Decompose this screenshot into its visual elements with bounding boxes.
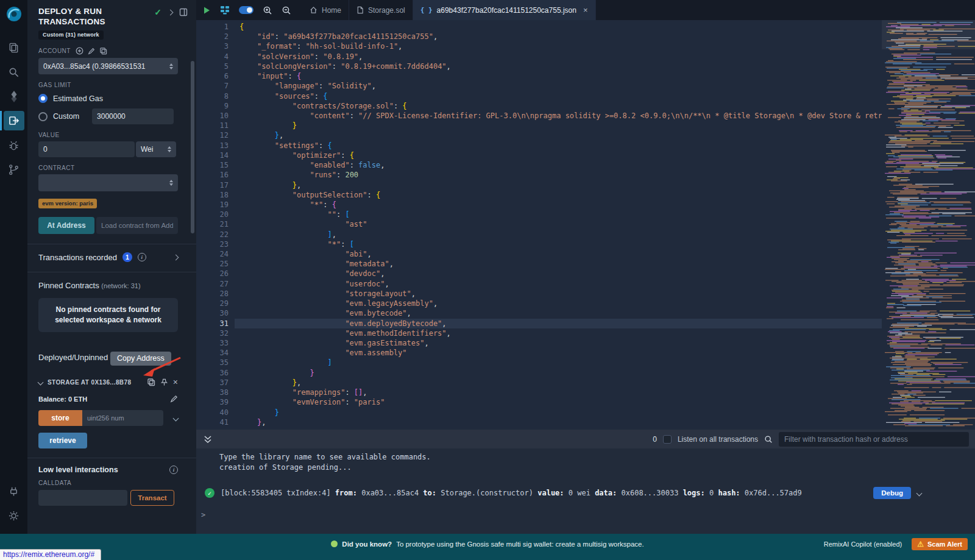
- code-line[interactable]: "id": "a69b43f277ba20fcac141151250ca755"…: [235, 32, 882, 41]
- contract-select[interactable]: [38, 174, 178, 191]
- code-line[interactable]: },: [235, 417, 882, 427]
- account-select[interactable]: 0xA03...85ac4 (0.39866531531: [38, 58, 178, 74]
- code-line[interactable]: "ast": [235, 219, 882, 229]
- code-line[interactable]: "outputSelection": {: [235, 190, 882, 200]
- code-line[interactable]: "language": "Solidity",: [235, 81, 882, 91]
- git-icon[interactable]: [0, 157, 27, 182]
- transaction-log-row[interactable]: ✓ [block:5583405 txIndex:4] from: 0xa03.…: [205, 487, 975, 499]
- code-line[interactable]: "runs": 200: [235, 170, 882, 180]
- run-script-play-icon[interactable]: [202, 6, 211, 15]
- terminal-prompt[interactable]: >: [201, 511, 975, 519]
- copilot-toggle[interactable]: [239, 6, 254, 14]
- tab-home[interactable]: Home: [302, 0, 349, 20]
- chevron-right-icon[interactable]: [173, 254, 179, 260]
- retrieve-button[interactable]: retrieve: [38, 433, 87, 448]
- remix-logo-icon[interactable]: [0, 0, 27, 28]
- code-line[interactable]: "metadata",: [235, 259, 882, 269]
- copy-account-icon[interactable]: [99, 47, 107, 55]
- code-line[interactable]: "*": [: [235, 239, 882, 249]
- code-line[interactable]: "": [: [235, 210, 882, 219]
- code-line[interactable]: "_format": "hh-sol-build-info-1",: [235, 41, 882, 51]
- custom-gas-input[interactable]: [92, 108, 174, 124]
- at-address-button[interactable]: At Address: [38, 217, 94, 234]
- code-line[interactable]: ],: [235, 230, 882, 239]
- close-tab-icon[interactable]: ×: [583, 5, 588, 15]
- code-line[interactable]: }: [235, 408, 882, 417]
- code-line[interactable]: "evm.assembly": [235, 348, 882, 358]
- radio-unchecked-icon[interactable]: [38, 112, 48, 121]
- code-line[interactable]: "input": {: [235, 71, 882, 81]
- solidity-compiler-icon[interactable]: [0, 84, 27, 108]
- code-line[interactable]: "abi",: [235, 249, 882, 259]
- code-line[interactable]: "sources": {: [235, 91, 882, 101]
- zoom-in-icon[interactable]: [263, 5, 272, 15]
- store-param-input[interactable]: [82, 410, 163, 426]
- side-panel-scrollbar[interactable]: [191, 61, 194, 233]
- panel-pin-icon[interactable]: [179, 8, 188, 16]
- scam-alert-badge[interactable]: ⚠ Scam Alert: [912, 538, 968, 550]
- code-line[interactable]: "*": {: [235, 200, 882, 210]
- code-editor[interactable]: 1234567891011121314151617181920212223242…: [196, 20, 975, 430]
- terminal-expand-icon[interactable]: [204, 435, 212, 444]
- code-line[interactable]: },: [235, 378, 882, 388]
- edit-account-icon[interactable]: [88, 48, 95, 55]
- code-line[interactable]: "contracts/Storage.sol": {: [235, 101, 882, 111]
- expand-log-icon[interactable]: [916, 490, 923, 496]
- minimap[interactable]: [882, 20, 975, 430]
- zoom-out-icon[interactable]: [282, 5, 291, 15]
- code-line[interactable]: }: [235, 368, 882, 378]
- code-line[interactable]: "evm.gasEstimates",: [235, 338, 882, 348]
- code-line[interactable]: "solcVersion": "0.8.19",: [235, 52, 882, 62]
- transaction-filter-input[interactable]: [779, 432, 969, 447]
- radio-checked-icon[interactable]: [38, 94, 48, 103]
- transact-button[interactable]: Transact: [130, 490, 174, 506]
- copilot-status[interactable]: RemixAI Copilot (enabled): [824, 541, 902, 548]
- code-line[interactable]: },: [235, 130, 882, 140]
- debug-button[interactable]: Debug: [873, 487, 911, 499]
- terminal-body[interactable]: Type the library name to see available c…: [196, 448, 975, 534]
- code-line[interactable]: "enabled": false,: [235, 160, 882, 170]
- plugin-manager-icon[interactable]: [0, 479, 27, 503]
- value-input[interactable]: [38, 141, 135, 157]
- load-contract-input[interactable]: [96, 217, 178, 234]
- code-line[interactable]: "settings": {: [235, 141, 882, 151]
- code-line[interactable]: {: [235, 22, 882, 32]
- debugger-icon[interactable]: [0, 133, 27, 157]
- value-unit-select[interactable]: Wei: [136, 141, 176, 157]
- calldata-input[interactable]: [38, 490, 127, 506]
- deploy-run-icon[interactable]: [0, 108, 27, 133]
- chevron-down-icon[interactable]: [38, 379, 44, 385]
- code-line[interactable]: "content": "// SPDX-License-Identifier: …: [235, 111, 882, 121]
- editor-code[interactable]: { "id": "a69b43f277ba20fcac141151250ca75…: [235, 22, 882, 430]
- code-line[interactable]: "optimizer": {: [235, 151, 882, 160]
- tab-build-info-json[interactable]: { } a69b43f277ba20fcac141151250ca755.jso…: [413, 0, 596, 20]
- estimated-gas-option[interactable]: Estimated Gas: [38, 94, 178, 103]
- code-line[interactable]: }: [235, 121, 882, 130]
- listen-checkbox[interactable]: [663, 435, 672, 444]
- expand-params-icon[interactable]: [173, 415, 179, 421]
- code-line[interactable]: ]: [235, 358, 882, 367]
- code-line[interactable]: },: [235, 180, 882, 190]
- code-line[interactable]: "devdoc",: [235, 269, 882, 278]
- estimated-gas-label: Estimated Gas: [53, 94, 103, 103]
- search-icon[interactable]: [0, 60, 27, 84]
- store-button[interactable]: store: [38, 410, 82, 426]
- code-line[interactable]: "evmVersion": "paris": [235, 397, 882, 407]
- code-line[interactable]: "evm.methodIdentifiers",: [235, 328, 882, 338]
- code-line[interactable]: "evm.legacyAssembly",: [235, 299, 882, 308]
- edit-balance-icon[interactable]: [170, 395, 178, 403]
- code-line[interactable]: "evm.deployedBytecode",: [235, 319, 882, 328]
- add-account-icon[interactable]: [76, 47, 83, 55]
- code-line[interactable]: "remappings": [],: [235, 388, 882, 397]
- code-line[interactable]: "storageLayout",: [235, 289, 882, 299]
- script-config-icon[interactable]: [220, 5, 230, 15]
- code-line[interactable]: "userdoc",: [235, 279, 882, 289]
- settings-gear-icon[interactable]: [0, 503, 27, 528]
- code-line[interactable]: "evm.bytecode",: [235, 308, 882, 318]
- file-explorer-icon[interactable]: [0, 35, 27, 60]
- code-line[interactable]: "solcLongVersion": "0.8.19+commit.7dd6d4…: [235, 62, 882, 71]
- transactions-recorded-row[interactable]: Transactions recorded 1 i: [38, 252, 178, 262]
- tab-storage-sol[interactable]: Storage.sol: [349, 0, 413, 20]
- custom-gas-option[interactable]: Custom: [38, 108, 178, 124]
- panel-chevron-right-icon[interactable]: [168, 9, 174, 15]
